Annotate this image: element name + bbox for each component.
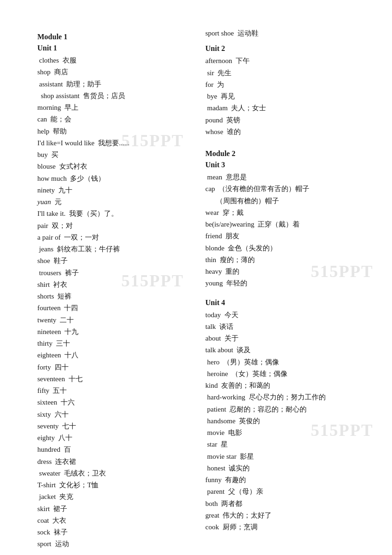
module1-title: Module 1 xyxy=(37,33,187,41)
list-item: talk about 谈及 xyxy=(205,345,355,356)
list-item: young 年轻的 xyxy=(205,278,355,289)
list-item: yuan 元 xyxy=(37,197,187,207)
list-item: eighteen 十八 xyxy=(37,350,187,361)
list-item: honest 诚实的 xyxy=(205,463,355,474)
list-item: for 为 xyxy=(205,79,355,90)
list-item: movie star 影星 xyxy=(205,451,355,462)
list-item: buy 买 xyxy=(37,149,187,160)
list-item: trousers 裤子 xyxy=(37,268,187,278)
list-item: fifty 五十 xyxy=(37,385,187,396)
left-column: Module 1 Unit 1 clothes 衣服 shop 商店 assis… xyxy=(37,28,187,551)
list-item: sixteen 十六 xyxy=(37,397,187,408)
list-item: pound 英镑 xyxy=(205,115,355,126)
list-item: movie 电影 xyxy=(205,427,355,438)
list-item: dress 连衣裙 xyxy=(37,456,187,467)
list-item: be(is/are)wearing 正穿（戴）着 xyxy=(205,219,355,230)
list-item: great 伟大的；太好了 xyxy=(205,510,355,521)
list-item: shop 商店 xyxy=(37,67,187,78)
list-item: shoe 鞋子 xyxy=(37,256,187,266)
list-item: can 能；会 xyxy=(37,114,187,125)
list-item: eighty 八十 xyxy=(37,433,187,443)
list-item: skirt 裙子 xyxy=(37,504,187,514)
list-item: parent 父（母）亲 xyxy=(205,486,355,497)
list-item: today 今天 xyxy=(205,310,355,320)
list-item: sixty 六十 xyxy=(37,409,187,420)
unit2-title: Unit 2 xyxy=(205,44,355,53)
unit3-title: Unit 3 xyxy=(205,161,355,169)
list-item: blouse 女式衬衣 xyxy=(37,161,187,172)
list-item: shop assistant 售货员；店员 xyxy=(37,91,187,101)
list-item: forty 四十 xyxy=(37,362,187,373)
list-item: sweater 毛绒衣；卫衣 xyxy=(37,468,187,479)
list-item: （周围有檐的）帽子 xyxy=(205,196,355,206)
list-item: cook 厨师；烹调 xyxy=(205,522,355,533)
list-item: T-shirt 文化衫；T恤 xyxy=(37,480,187,491)
list-item: seventy 七十 xyxy=(37,421,187,432)
unit4-title: Unit 4 xyxy=(205,299,355,307)
right-column: sport shoe 运动鞋 Unit 2 afternoon 下午 sir 先… xyxy=(205,28,355,551)
list-item: sir 先生 xyxy=(205,68,355,78)
list-item: sport 运动 xyxy=(37,539,187,549)
list-item: madam 夫人；女士 xyxy=(205,103,355,114)
list-item: afternoon 下午 xyxy=(205,56,355,66)
list-item: blonde 金色（头发的） xyxy=(205,243,355,254)
list-item: morning 早上 xyxy=(37,102,187,113)
list-item: thin 瘦的；薄的 xyxy=(205,255,355,265)
list-item: shorts 短裤 xyxy=(37,291,187,302)
list-item: a pair of 一双；一对 xyxy=(37,232,187,243)
list-item: pair 双；对 xyxy=(37,221,187,231)
list-item: assistant 助理；助手 xyxy=(37,79,187,90)
list-item: thirty 三十 xyxy=(37,338,187,349)
list-item: both 两者都 xyxy=(205,498,355,509)
page-content: Module 1 Unit 1 clothes 衣服 shop 商店 assis… xyxy=(37,28,355,551)
list-item: bye 再见 xyxy=(205,91,355,102)
list-item: nineteen 十九 xyxy=(37,327,187,337)
list-item: sock 袜子 xyxy=(37,527,187,538)
unit4-section: Unit 4 xyxy=(205,297,355,310)
list-item: sport shoe 运动鞋 xyxy=(205,28,355,39)
list-item: help 帮助 xyxy=(37,126,187,137)
list-item: I'd like=I would like 我想要...... xyxy=(37,138,187,149)
list-item: twenty 二十 xyxy=(37,315,187,326)
list-item: handsome 英俊的 xyxy=(205,416,355,427)
list-item: heavy 重的 xyxy=(205,266,355,277)
list-item: talk 谈话 xyxy=(205,321,355,332)
list-item: ninety 九十 xyxy=(37,185,187,196)
list-item: fourteen 十四 xyxy=(37,303,187,313)
list-item: jeans 斜纹布工装；牛仔裤 xyxy=(37,244,187,255)
list-item: friend 朋友 xyxy=(205,231,355,242)
list-item: kind 友善的；和蔼的 xyxy=(205,380,355,391)
list-item: shirt 衬衣 xyxy=(37,279,187,290)
list-item: clothes 衣服 xyxy=(37,55,187,66)
list-item: whose 谁的 xyxy=(205,127,355,137)
list-item: I'll take it. 我要（买）了。 xyxy=(37,208,187,219)
list-item: how much 多少（钱） xyxy=(37,173,187,184)
list-item: cap （没有檐的但常有舌的）帽子 xyxy=(205,184,355,194)
list-item: coat 大衣 xyxy=(37,515,187,526)
list-item: hard-working 尽心尽力的；努力工作的 xyxy=(205,392,355,403)
list-item: funny 有趣的 xyxy=(205,475,355,485)
list-item: heroine （女）英雄；偶像 xyxy=(205,369,355,379)
list-item: hero （男）英雄；偶像 xyxy=(205,357,355,368)
module2-title: Module 2 xyxy=(205,145,355,159)
list-item: jacket 夹克 xyxy=(37,491,187,502)
list-item: patient 忍耐的；容忍的；耐心的 xyxy=(205,404,355,415)
list-item: about 关于 xyxy=(205,333,355,344)
list-item: hundred 百 xyxy=(37,444,187,455)
list-item: wear 穿；戴 xyxy=(205,207,355,218)
unit1-title: Unit 1 xyxy=(37,44,187,52)
list-item: mean 意思是 xyxy=(205,172,355,183)
list-item: star 星 xyxy=(205,439,355,450)
list-item: seventeen 十七 xyxy=(37,374,187,384)
